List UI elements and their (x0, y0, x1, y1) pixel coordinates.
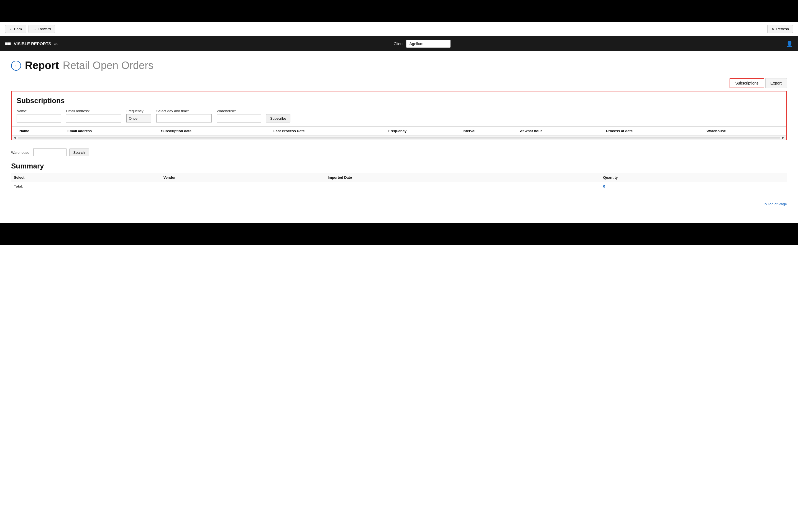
day-time-group: Select day and time: (156, 109, 212, 122)
frequency-value: Once (126, 114, 151, 122)
subscribe-button[interactable]: Subscribe (266, 114, 290, 122)
subscriptions-title: Subscriptions (17, 96, 781, 105)
filter-section: Warehouse: Search (11, 149, 787, 156)
summary-title: Summary (11, 162, 787, 170)
brand-name: VISIBLE REPORTS (14, 41, 51, 46)
summary-col-imported-date: Imported Date (325, 173, 601, 182)
scroll-track (18, 137, 780, 138)
col-warehouse: Warehouse (704, 127, 781, 135)
to-top-row: To Top of Page (11, 202, 787, 212)
export-button[interactable]: Export (765, 78, 787, 88)
refresh-label: Refresh (776, 27, 789, 31)
back-label: Back (14, 27, 22, 31)
name-label: Name: (17, 109, 61, 113)
brand-icon: ■■ (5, 41, 11, 46)
page-title-sub: Retail Open Orders (63, 60, 153, 72)
filter-row: Warehouse: Search (11, 149, 787, 156)
client-label: Client (394, 41, 404, 46)
back-circle-arrow-icon: ← (14, 63, 18, 68)
summary-col-quantity: Quantity (601, 173, 787, 182)
col-interval: Interval (460, 127, 517, 135)
frequency-group: Frequency: Once (126, 109, 151, 122)
summary-col-select: Select (11, 173, 161, 182)
client-input[interactable] (406, 40, 451, 48)
subscriptions-button[interactable]: Subscriptions (729, 78, 764, 88)
back-circle-button[interactable]: ← (11, 61, 21, 71)
summary-total-row: Total: 0 (11, 182, 787, 191)
refresh-button[interactable]: ↻ Refresh (767, 25, 793, 33)
summary-col-vendor: Vendor (161, 173, 325, 182)
refresh-icon: ↻ (772, 27, 775, 31)
total-value: 0 (601, 182, 787, 191)
subscriptions-box: Subscriptions Name: Email address: Frequ… (11, 91, 787, 140)
email-label: Email address: (66, 109, 121, 113)
summary-section: Summary Select Vendor Imported Date Quan… (11, 162, 787, 191)
client-section: Client (394, 40, 451, 48)
scroll-left-btn[interactable]: ◀ (13, 136, 17, 139)
nav-left: ← Back → Forward (5, 25, 55, 33)
subscriptions-form: Name: Email address: Frequency: Once Sel… (17, 109, 781, 122)
back-button[interactable]: ← Back (5, 25, 26, 33)
email-group: Email address: (66, 109, 121, 122)
horizontal-scrollbar[interactable]: ◀ ▶ (12, 135, 786, 140)
scroll-right-btn[interactable]: ▶ (781, 136, 785, 139)
email-input[interactable] (66, 114, 121, 122)
subscriptions-table: Name Email address Subscription date Las… (17, 127, 781, 135)
nav-bar: ← Back → Forward ↻ Refresh (0, 22, 798, 36)
page-title-row: ← Report Retail Open Orders (11, 60, 787, 72)
filter-warehouse-input[interactable] (33, 149, 66, 156)
subscriptions-table-wrapper[interactable]: Name Email address Subscription date Las… (12, 126, 786, 135)
frequency-label: Frequency: (126, 109, 151, 113)
forward-arrow-icon: → (33, 27, 36, 31)
table-header-row: Name Email address Subscription date Las… (17, 127, 781, 135)
day-time-input[interactable] (156, 114, 212, 122)
back-arrow-icon: ← (9, 27, 13, 31)
total-label: Total: (11, 182, 161, 191)
search-button[interactable]: Search (69, 149, 89, 156)
header-bar: ■■ VISIBLE REPORTS 3.0 Client 👤 (0, 36, 798, 51)
forward-label: Forward (38, 27, 51, 31)
day-time-label: Select day and time: (156, 109, 212, 113)
brand-version: 3.0 (54, 42, 58, 45)
summary-table: Select Vendor Imported Date Quantity Tot… (11, 173, 787, 191)
name-group: Name: (17, 109, 61, 122)
col-frequency: Frequency (385, 127, 460, 135)
filter-warehouse-label: Warehouse: (11, 150, 31, 155)
col-name: Name (17, 127, 64, 135)
col-last-process: Last Process Date (271, 127, 386, 135)
forward-button[interactable]: → Forward (28, 25, 55, 33)
name-input[interactable] (17, 114, 61, 122)
col-sub-date: Subscription date (158, 127, 271, 135)
top-black-bar (0, 0, 798, 22)
page-title-report: Report (25, 60, 59, 72)
summary-header-row: Select Vendor Imported Date Quantity (11, 173, 787, 182)
col-email: Email address (64, 127, 158, 135)
main-content: ← Report Retail Open Orders Subscription… (0, 51, 798, 223)
warehouse-subs-group: Warehouse: (217, 109, 261, 122)
total-imported-date (325, 182, 601, 191)
warehouse-subs-label: Warehouse: (217, 109, 261, 113)
total-vendor (161, 182, 325, 191)
action-buttons: Subscriptions Export (11, 78, 787, 88)
col-process-at-date: Process at date (603, 127, 704, 135)
to-top-link[interactable]: To Top of Page (763, 202, 787, 206)
user-icon[interactable]: 👤 (786, 40, 793, 47)
brand: ■■ VISIBLE REPORTS 3.0 (5, 41, 58, 46)
bottom-black-bar (0, 223, 798, 245)
warehouse-subs-input[interactable] (217, 114, 261, 122)
col-at-hour: At what hour (517, 127, 603, 135)
